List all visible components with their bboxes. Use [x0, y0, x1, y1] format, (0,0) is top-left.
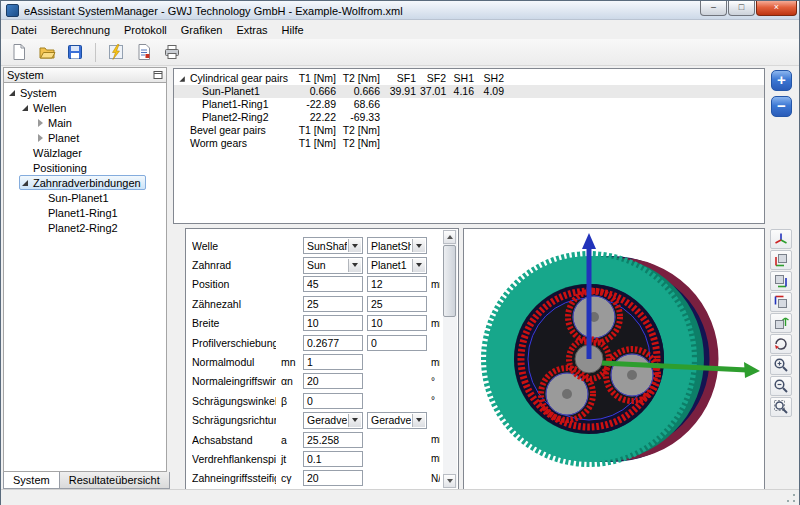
- table-row-planet2-ring2[interactable]: Planet2-Ring2 22.22 -69.33: [174, 111, 764, 124]
- cell-t1: 22.22: [292, 111, 340, 124]
- menu-berechnung[interactable]: Berechnung: [44, 22, 117, 38]
- titlebar[interactable]: eAssistant SystemManager - GWJ Technolog…: [1, 1, 799, 20]
- form-row-zahnrad: Zahnrad Sun Planet1: [192, 255, 440, 274]
- zahnrad-gear-2-select[interactable]: Planet1: [367, 257, 427, 274]
- maximize-button[interactable]: □: [728, 1, 755, 16]
- view-back-icon: [773, 315, 789, 331]
- zaehnezahl-2-input[interactable]: [367, 296, 427, 312]
- achsabstand-input[interactable]: [303, 432, 363, 448]
- dock-header: System: [3, 67, 167, 83]
- main-content: System System Wellen Main Planet Wälzlag…: [1, 66, 799, 504]
- table-row-planet1-ring1[interactable]: Planet1-Ring1 -22.89 68.66: [174, 98, 764, 111]
- breite-1-input[interactable]: [303, 315, 363, 331]
- expander-icon[interactable]: [36, 118, 46, 128]
- verdrehflankenspiel-input[interactable]: [303, 451, 363, 467]
- save-icon: [66, 43, 84, 61]
- close-button[interactable]: ×: [756, 1, 797, 16]
- expander-icon[interactable]: [36, 133, 46, 143]
- scroll-down-button[interactable]: [443, 474, 456, 488]
- menu-hilfe[interactable]: Hilfe: [275, 22, 311, 38]
- tree-item-waelzlager[interactable]: Wälzlager: [4, 145, 166, 160]
- profilverschiebungsfaktor-2-input[interactable]: [367, 335, 427, 351]
- print-button[interactable]: [159, 40, 185, 64]
- zoom-out-button[interactable]: [770, 376, 792, 396]
- gear-3d-render[interactable]: [464, 229, 764, 489]
- welle-shaft-1-select[interactable]: SunShaft: [303, 237, 363, 254]
- view-rotate-button[interactable]: [770, 334, 792, 354]
- column-header: SF2: [420, 72, 450, 85]
- tree-item-zahnradverbindungen[interactable]: Zahnradverbindungen: [4, 175, 166, 190]
- field-symbol: a: [280, 434, 299, 446]
- resize-grip[interactable]: [785, 492, 797, 504]
- tree-item-system[interactable]: System: [4, 85, 166, 100]
- tree-item-main[interactable]: Main: [4, 115, 166, 130]
- form-row-zaehnezahl: Zähnezahl: [192, 294, 440, 313]
- tree-item-planet1-ring1[interactable]: Planet1-Ring1: [4, 205, 166, 220]
- scroll-up-button[interactable]: [443, 230, 456, 244]
- field-label: Normaleingriffswinkel: [192, 375, 276, 387]
- menu-datei[interactable]: Datei: [4, 22, 44, 38]
- view-iso-icon: [773, 231, 789, 247]
- table-group-cylindrical[interactable]: Cylindrical gear pairs T1 [Nm] T2 [Nm] S…: [174, 72, 764, 85]
- expander-icon[interactable]: [21, 178, 31, 188]
- menu-protokoll[interactable]: Protokoll: [117, 22, 174, 38]
- breite-2-input[interactable]: [367, 315, 427, 331]
- expander-icon[interactable]: [179, 74, 188, 83]
- report-button[interactable]: [131, 40, 157, 64]
- tree-item-sun-planet1[interactable]: Sun-Planet1: [4, 190, 166, 205]
- remove-gear-pair-button[interactable]: −: [771, 96, 792, 117]
- chevron-down-icon: [412, 259, 425, 272]
- tree-item-planet2-ring2[interactable]: Planet2-Ring2: [4, 220, 166, 235]
- menu-extras[interactable]: Extras: [229, 22, 274, 38]
- tree-item-label: Planet: [48, 132, 79, 144]
- row-label: Planet2-Ring2: [174, 111, 292, 124]
- tree-item-positioning[interactable]: Positioning: [4, 160, 166, 175]
- table-group-bevel[interactable]: Bevel gear pairs T1 [Nm] T2 [Nm]: [174, 124, 764, 137]
- tab-system[interactable]: System: [3, 472, 60, 489]
- add-gear-pair-button[interactable]: +: [771, 70, 792, 91]
- scrollbar-thumb[interactable]: [443, 245, 456, 317]
- expander-icon[interactable]: [21, 103, 31, 113]
- schraegungsrichtung-1-select[interactable]: Geradverzahnt: [303, 412, 363, 429]
- tab-resultateuebersicht[interactable]: Resultateübersicht: [59, 472, 170, 489]
- table-group-worm[interactable]: Worm gears T1 [Nm] T2 [Nm]: [174, 137, 764, 150]
- minimize-button[interactable]: –: [700, 1, 727, 16]
- view-back-button[interactable]: [770, 313, 792, 333]
- zoom-in-button[interactable]: [770, 355, 792, 375]
- float-panel-icon[interactable]: [153, 70, 163, 80]
- form-scrollbar[interactable]: [443, 230, 457, 488]
- welle-shaft-2-select[interactable]: PlanetShaft: [367, 237, 427, 254]
- schraegungswinkel-input[interactable]: [303, 393, 363, 409]
- tree-item-planet[interactable]: Planet: [4, 130, 166, 145]
- position-1-input[interactable]: [303, 276, 363, 292]
- position-2-input[interactable]: [367, 276, 427, 292]
- profilverschiebungsfaktor-1-input[interactable]: [303, 335, 363, 351]
- tree-item-wellen[interactable]: Wellen: [4, 100, 166, 115]
- expander-icon[interactable]: [8, 88, 18, 98]
- viewport-3d[interactable]: [463, 228, 765, 490]
- normalmodul-input[interactable]: [303, 354, 363, 370]
- tree-item-label: Sun-Planet1: [48, 192, 109, 204]
- table-row-sun-planet1[interactable]: Sun-Planet1 0.666 0.666 39.91 37.01 4.16…: [174, 85, 764, 98]
- view-right-button[interactable]: [770, 292, 792, 312]
- menu-grafiken[interactable]: Grafiken: [174, 22, 230, 38]
- view-iso-button[interactable]: [770, 229, 792, 249]
- tree-item-label: System: [20, 87, 57, 99]
- zoom-fit-button[interactable]: [770, 397, 792, 417]
- zahneingriffssteifigkeit-input[interactable]: [303, 470, 363, 486]
- column-header: T2 [Nm]: [340, 124, 384, 137]
- new-file-button[interactable]: [6, 40, 32, 64]
- normaleingriffswinkel-input[interactable]: [303, 373, 363, 389]
- field-symbol: β: [280, 395, 299, 407]
- view-right-icon: [773, 294, 789, 310]
- view-top-button[interactable]: [770, 271, 792, 291]
- zahnrad-gear-1-select[interactable]: Sun: [303, 257, 363, 274]
- save-button[interactable]: [62, 40, 88, 64]
- calculate-button[interactable]: [103, 40, 129, 64]
- zaehnezahl-1-input[interactable]: [303, 296, 363, 312]
- field-unit: mm: [431, 453, 440, 464]
- column-header: T2 [Nm]: [340, 137, 384, 150]
- open-file-button[interactable]: [34, 40, 60, 64]
- view-front-button[interactable]: [770, 250, 792, 270]
- schraegungsrichtung-2-select[interactable]: Geradverzahnt: [367, 412, 427, 429]
